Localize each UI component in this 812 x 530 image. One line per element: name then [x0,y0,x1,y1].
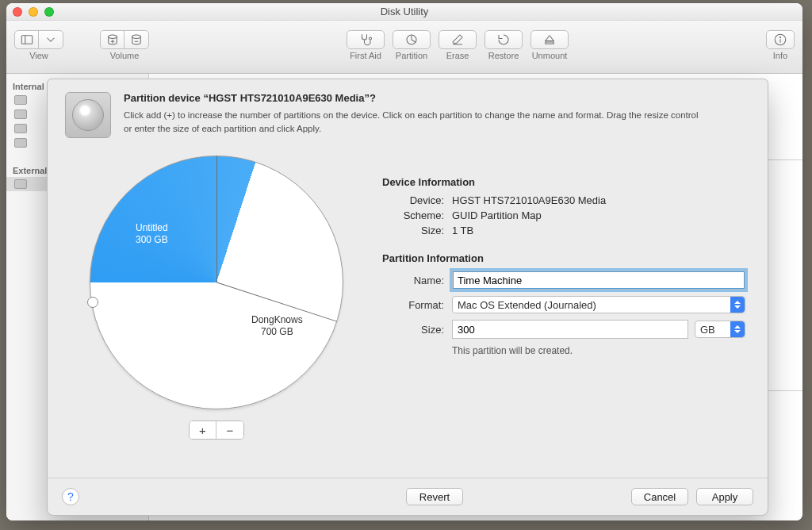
revert-button[interactable]: Revert [406,488,463,505]
volume-add-icon [105,33,120,47]
eject-icon [542,33,557,47]
sheet-subtitle: Click add (+) to increase the number of … [124,109,703,135]
partition-button[interactable]: Partition [393,30,431,60]
device-value: HGST HTS721010A9E630 Media [452,194,606,206]
drive-icon [14,179,27,189]
restore-button[interactable]: Restore [485,30,523,60]
chevron-updown-icon [730,297,745,313]
partition-name-input[interactable] [452,271,745,290]
pie-chart-icon [404,33,419,47]
view-toolbar-item[interactable]: View [14,30,63,60]
add-remove-segmented: + − [189,421,244,440]
svg-point-7 [370,37,372,40]
svg-rect-0 [21,36,33,44]
volume-toolbar-item[interactable]: Volume [100,30,149,60]
partition-info-heading: Partition Information [382,252,745,264]
chevron-updown-icon [730,321,745,337]
drive-icon [14,138,27,148]
scheme-value: GUID Partition Map [452,209,542,221]
disk-utility-window: Disk Utility View Volume First Aid [6,3,802,520]
info-button[interactable]: Info [766,30,795,60]
stethoscope-icon [358,33,373,47]
apply-button[interactable]: Apply [696,488,753,505]
resize-handle[interactable] [87,297,98,308]
first-aid-button[interactable]: First Aid [347,30,385,60]
chevron-down-icon [44,33,58,47]
drive-icon [14,95,27,105]
volume-remove-icon [129,33,144,47]
sheet-title: Partition device “HGST HTS721010A9E630 M… [124,92,703,104]
format-select[interactable]: Mac OS Extended (Journaled) [452,296,745,313]
device-info-heading: Device Information [382,176,745,188]
pie-slice-label: Untitled 300 GB [136,222,168,246]
sidebar-icon [20,33,34,47]
partition-pie-chart[interactable]: Untitled 300 GB DongKnows 700 GB [90,156,343,409]
device-size-value: 1 TB [452,225,473,236]
window-title: Disk Utility [6,6,802,17]
partition-sheet: Partition device “HGST HTS721010A9E630 M… [47,79,768,516]
info-icon [773,33,787,47]
partition-size-input[interactable] [452,320,688,339]
remove-partition-button[interactable]: − [216,421,243,439]
pie-slice-label: DongKnows 700 GB [251,314,303,338]
unmount-button[interactable]: Unmount [530,30,569,60]
svg-point-5 [132,35,141,39]
partition-note: This partition will be created. [452,345,745,356]
eraser-icon [450,33,465,47]
svg-point-2 [108,35,117,39]
cancel-button[interactable]: Cancel [631,488,688,505]
size-unit-select[interactable]: GB [695,321,745,338]
help-button[interactable]: ? [62,488,79,505]
toolbar: View Volume First Aid Partition Erase [6,21,802,74]
add-partition-button[interactable]: + [190,421,216,439]
drive-icon [14,124,27,133]
restore-icon [496,33,511,47]
svg-point-14 [779,36,780,37]
erase-button[interactable]: Erase [439,30,477,60]
drive-icon [14,109,27,119]
titlebar[interactable]: Disk Utility [6,3,802,21]
harddrive-icon [65,92,111,138]
svg-rect-11 [546,42,554,44]
svg-marker-10 [546,36,554,41]
